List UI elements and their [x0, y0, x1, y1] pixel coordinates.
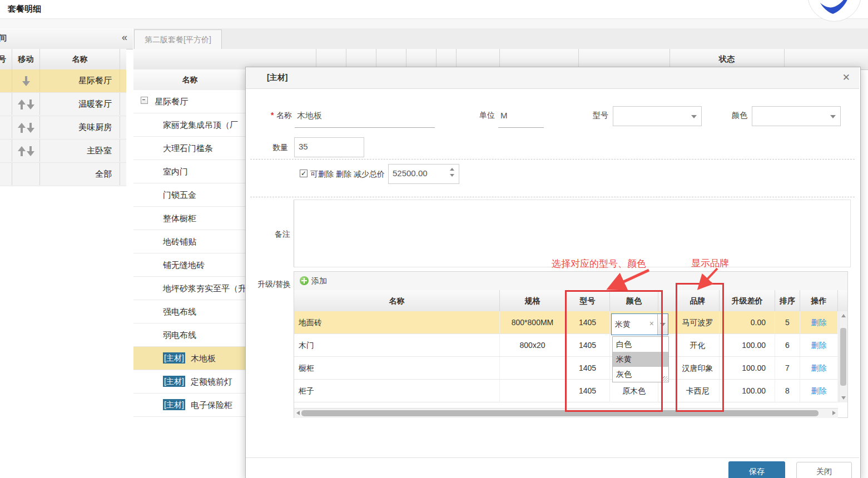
chevron-down-icon [691, 115, 697, 118]
top-bar [0, 0, 868, 19]
move-down-icon[interactable] [27, 123, 34, 133]
space-name: 星际餐厅 [40, 69, 120, 92]
clear-icon[interactable]: × [649, 319, 654, 328]
tab-package-v2[interactable]: 第二版套餐[平方价] [134, 29, 222, 49]
delete-link[interactable]: 删除 [811, 364, 827, 372]
move-down-icon[interactable] [22, 76, 30, 86]
grid-horizontal-scrollbar[interactable] [294, 408, 838, 418]
divider [250, 159, 855, 160]
delete-link[interactable]: 删除 [811, 318, 827, 327]
material-badge: [主材] [163, 399, 185, 410]
unit-label: 单位 [479, 111, 495, 121]
grid-row[interactable]: 地面砖 800*800MM 1405 马可波罗 0.00 5 删除 [294, 311, 847, 334]
remark-label: 备注 [275, 230, 290, 240]
color-option[interactable]: 白色 [613, 337, 668, 352]
space-row-all[interactable]: 全部 [0, 163, 126, 186]
add-button[interactable]: 添加 [300, 272, 327, 290]
col-move: 移动 [12, 49, 40, 69]
annotation-model-color: 选择对应的型号、颜色 [552, 257, 646, 270]
color-option-highlighted[interactable]: 米黄 [613, 352, 668, 367]
col-name: 名称 [294, 290, 500, 311]
page-title: 套餐明细 [8, 4, 41, 14]
save-button[interactable]: 保存 [728, 461, 785, 478]
delete-link[interactable]: 删除 [811, 386, 827, 395]
chevron-down-icon [660, 323, 666, 326]
col-seq: 号 [0, 49, 12, 69]
space-row[interactable]: 美味厨房 [0, 116, 126, 140]
color-option-list: 白色 米黄 灰色 [612, 336, 669, 382]
space-panel: 空间 « 号 移动 名称 星际餐厅 温暖客厅 [0, 28, 134, 478]
spinner-down-icon[interactable] [450, 174, 454, 177]
collapse-node-icon[interactable] [141, 97, 148, 104]
scroll-left-icon[interactable] [296, 411, 300, 415]
color-combo-editor[interactable]: 米黄 × [611, 313, 668, 335]
grid-row[interactable]: 木门 800x20 1405 开化 100.00 6 删除 [294, 334, 847, 357]
unit-input[interactable]: M [498, 106, 544, 128]
color-option[interactable]: 灰色 [613, 367, 668, 382]
space-name: 主卧室 [40, 140, 120, 162]
col-spec: 规格 [500, 290, 566, 311]
grid-vertical-scrollbar[interactable] [839, 311, 847, 402]
scroll-down-icon[interactable] [841, 396, 846, 400]
model-select[interactable] [613, 106, 702, 126]
required-mark: * [271, 111, 274, 120]
color-select[interactable] [752, 106, 841, 126]
col-sort: 排序 [775, 290, 800, 311]
dialog-footer: 保存 关闭 [246, 457, 859, 478]
space-row[interactable]: 主卧室 [0, 140, 126, 163]
space-name: 全部 [40, 163, 120, 185]
model-label: 型号 [593, 111, 608, 121]
scroll-up-icon[interactable] [841, 314, 846, 317]
space-name: 温暖客厅 [40, 93, 120, 115]
price-reduce-spinner[interactable]: 52500.00 [388, 164, 459, 184]
material-badge: [主材] [163, 376, 185, 387]
name-label: 名称 [276, 111, 292, 121]
deletable-label: 可删除 删除 减少总价 [310, 170, 385, 180]
space-row-selected[interactable]: 星际餐厅 [0, 69, 126, 93]
space-grid-header: 号 移动 名称 [0, 49, 126, 70]
resize-handle[interactable] [663, 376, 668, 381]
scroll-thumb[interactable] [840, 328, 846, 386]
name-input[interactable]: 木地板 [295, 106, 435, 128]
dialog-title: [主材] [267, 73, 287, 83]
move-down-icon[interactable] [27, 146, 34, 156]
combo-dropdown-button[interactable] [657, 314, 668, 335]
space-row[interactable]: 温暖客厅 [0, 93, 126, 116]
col-gap [658, 290, 676, 311]
col-name: 名称 [40, 49, 120, 69]
space-panel-title: 空间 [0, 33, 7, 43]
move-up-icon[interactable] [18, 123, 26, 133]
col-model: 型号 [566, 290, 610, 311]
qty-label: 数量 [272, 143, 288, 153]
scroll-thumb[interactable] [301, 410, 819, 416]
close-icon[interactable]: ✕ [842, 72, 850, 83]
col-op: 操作 [800, 290, 838, 311]
collapse-panel-icon[interactable]: « [122, 32, 127, 43]
qty-input[interactable]: 35 [294, 137, 364, 157]
material-dialog: [主材] ✕ * 名称 木地板 单位 M 型号 颜色 数量 35 ✓ 可删除 删… [245, 67, 861, 478]
col-brand: 品牌 [676, 290, 720, 311]
spinner-up-icon[interactable] [450, 168, 454, 171]
move-up-icon[interactable] [18, 146, 26, 156]
upgrade-label: 升级/替换 [257, 280, 291, 290]
move-up-icon[interactable] [18, 99, 26, 109]
color-label: 颜色 [732, 111, 747, 121]
grid-row[interactable]: 柜子 1405 原木色 卡西尼 100.00 8 删除 [294, 380, 847, 402]
top-strip [0, 19, 868, 29]
dialog-header: [主材] ✕ [246, 67, 859, 89]
divider [250, 197, 855, 197]
space-panel-header: 空间 « [0, 28, 133, 49]
deletable-checkbox[interactable]: ✓ [300, 170, 307, 177]
annotation-brand: 显示品牌 [691, 257, 729, 270]
scroll-right-icon[interactable] [832, 411, 836, 415]
add-plus-icon [300, 276, 309, 285]
grid-row[interactable]: 橱柜 1405 汉唐印象 100.00 7 删除 [294, 357, 847, 380]
grid-toolbar: 添加 [294, 272, 847, 291]
tab-bar: 第二版套餐[平方价] [133, 28, 868, 49]
tree-column-header: 名称 [133, 69, 246, 91]
close-button[interactable]: 关闭 [796, 462, 852, 478]
move-down-icon[interactable] [27, 99, 34, 109]
upgrade-grid: 添加 名称 规格 型号 颜色 品牌 升级差价 排序 操作 地面砖 800*800… [294, 271, 848, 418]
grid-header-row: 名称 规格 型号 颜色 品牌 升级差价 排序 操作 [294, 290, 847, 312]
delete-link[interactable]: 删除 [811, 341, 827, 350]
